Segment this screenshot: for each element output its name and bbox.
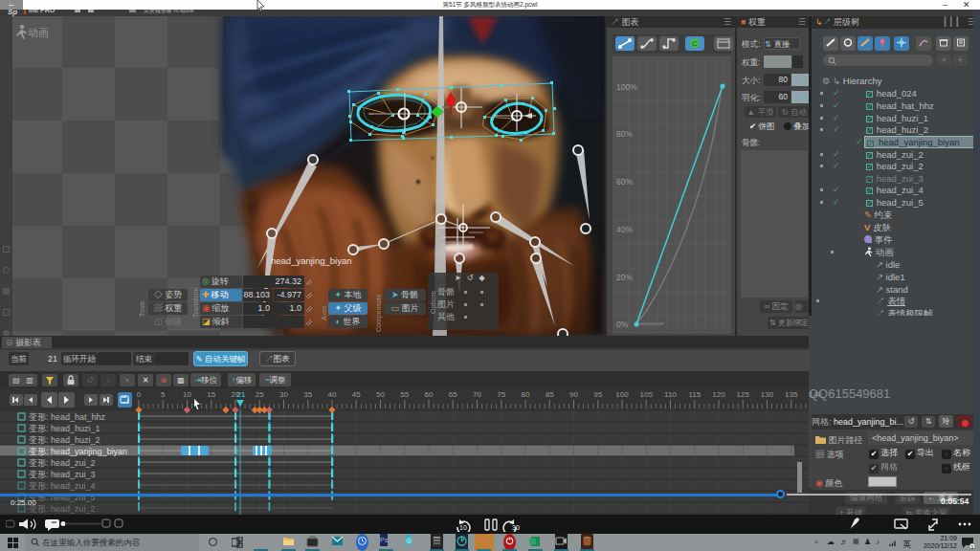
svg-text:130: 130 [761,390,774,399]
svg-text:20%: 20% [616,273,633,282]
svg-text:55: 55 [400,390,409,399]
svg-text:30: 30 [279,390,288,399]
svg-text:95: 95 [593,390,602,399]
svg-text:25: 25 [256,390,264,399]
svg-text:变形: head_huzi_2: 变形: head_huzi_2 [29,435,100,445]
svg-text:变形: head_zui_2: 变形: head_zui_2 [29,504,96,514]
svg-text:125: 125 [737,390,750,399]
svg-text:变形: head_yanjing_biyan: 变形: head_yanjing_biyan [29,447,127,456]
svg-text:100: 100 [615,390,629,399]
svg-text:变形: head_zui_2: 变形: head_zui_2 [29,458,96,468]
svg-text:10: 10 [459,524,467,531]
svg-text:110: 110 [664,390,677,399]
svg-text:变形: head_zui_4: 变形: head_zui_4 [29,481,96,491]
svg-text:90: 90 [569,390,578,399]
svg-text:15: 15 [207,390,215,399]
svg-text:60%: 60% [616,177,633,187]
svg-text:40%: 40% [616,225,633,234]
svg-text:60: 60 [425,390,434,399]
svg-text:80%: 80% [616,129,633,139]
svg-text:45: 45 [352,390,361,399]
svg-text:10: 10 [183,390,191,399]
svg-text:C: C [692,39,698,48]
svg-text:140: 140 [809,390,822,399]
svg-text:135: 135 [785,390,798,399]
svg-text:变形: head_huzi_1: 变形: head_huzi_1 [29,424,100,433]
svg-text:21: 21 [237,390,246,399]
svg-text:85: 85 [546,390,554,399]
svg-text:30: 30 [512,524,520,531]
svg-text:变形: head_zui_3: 变形: head_zui_3 [29,470,96,479]
svg-text:100%: 100% [616,82,637,92]
svg-text:115: 115 [688,390,701,399]
svg-text:75: 75 [497,390,505,399]
svg-text:0: 0 [137,390,142,399]
svg-text:5: 5 [161,390,166,399]
svg-text:65: 65 [449,390,457,399]
svg-text:head_yanjing_biyan: head_yanjing_biyan [271,255,352,266]
svg-text:0%: 0% [616,320,629,329]
svg-text:40: 40 [328,390,337,399]
svg-text:变形: head_hat_hhz: 变形: head_hat_hhz [29,412,106,422]
svg-text:105: 105 [640,390,654,399]
svg-text:80: 80 [522,390,530,399]
svg-text:35: 35 [303,390,312,399]
svg-text:50: 50 [376,390,385,399]
svg-text:70: 70 [473,390,481,399]
svg-text:120: 120 [712,390,725,399]
